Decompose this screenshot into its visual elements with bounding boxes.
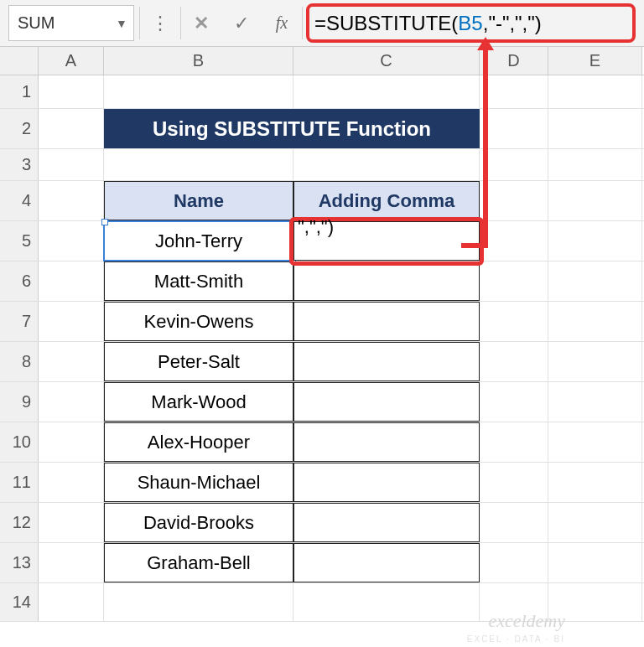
cell[interactable] bbox=[548, 422, 642, 462]
cell[interactable] bbox=[39, 75, 104, 108]
cell-c6[interactable] bbox=[293, 261, 480, 301]
cell[interactable] bbox=[39, 221, 104, 261]
cell[interactable] bbox=[548, 109, 642, 148]
cell-b12[interactable]: David-Brooks bbox=[104, 503, 293, 542]
cell-b13[interactable]: Graham-Bell bbox=[104, 543, 293, 582]
cell[interactable] bbox=[39, 503, 104, 542]
cell[interactable] bbox=[480, 149, 548, 180]
row-header[interactable]: 5 bbox=[0, 221, 39, 261]
name-box[interactable]: SUM ▼ bbox=[8, 5, 134, 41]
row-header[interactable]: 1 bbox=[0, 75, 39, 108]
cell-b8[interactable]: Peter-Salt bbox=[104, 342, 293, 381]
cell[interactable] bbox=[39, 149, 104, 180]
cell-c8[interactable] bbox=[293, 342, 480, 381]
cell[interactable] bbox=[293, 75, 480, 108]
grid-row: 3 bbox=[0, 149, 644, 181]
cell[interactable] bbox=[39, 543, 104, 582]
cell[interactable] bbox=[548, 221, 642, 261]
cell[interactable] bbox=[39, 261, 104, 301]
select-all-corner[interactable] bbox=[0, 47, 39, 75]
cell-b5[interactable]: John-Terry bbox=[104, 221, 293, 261]
cell[interactable] bbox=[39, 302, 104, 341]
cell-b7[interactable]: Kevin-Owens bbox=[104, 302, 293, 341]
cell[interactable] bbox=[104, 75, 293, 108]
cell-c12[interactable] bbox=[293, 503, 480, 542]
row-header[interactable]: 10 bbox=[0, 422, 39, 462]
row-header[interactable]: 14 bbox=[0, 583, 39, 621]
cell[interactable] bbox=[480, 422, 548, 462]
spreadsheet-grid[interactable]: A B C D E 1 2 Using SUBSTITUTE Function … bbox=[0, 47, 644, 622]
cell[interactable] bbox=[548, 543, 642, 582]
cell[interactable] bbox=[39, 181, 104, 220]
row-header[interactable]: 2 bbox=[0, 109, 39, 148]
cell[interactable] bbox=[480, 109, 548, 148]
cell[interactable] bbox=[480, 463, 548, 502]
cell-b10[interactable]: Alex-Hooper bbox=[104, 422, 293, 462]
enter-icon[interactable]: ✓ bbox=[221, 0, 262, 46]
row-header[interactable]: 12 bbox=[0, 503, 39, 542]
col-header-a[interactable]: A bbox=[39, 47, 104, 75]
row-header[interactable]: 13 bbox=[0, 543, 39, 582]
row-header[interactable]: 11 bbox=[0, 463, 39, 502]
cell[interactable] bbox=[293, 583, 480, 621]
grid-row: 10 Alex-Hooper bbox=[0, 422, 644, 463]
cell-c7[interactable] bbox=[293, 302, 480, 341]
col-header-e[interactable]: E bbox=[548, 47, 642, 75]
row-header[interactable]: 4 bbox=[0, 181, 39, 220]
cell[interactable] bbox=[104, 149, 293, 180]
cell[interactable] bbox=[480, 503, 548, 542]
cell[interactable] bbox=[548, 463, 642, 502]
cell-c9[interactable] bbox=[293, 382, 480, 422]
col-header-c[interactable]: C bbox=[293, 47, 480, 75]
options-icon: ⋮ bbox=[140, 0, 180, 46]
cell[interactable] bbox=[548, 382, 642, 422]
cell[interactable] bbox=[104, 583, 293, 621]
cancel-icon[interactable]: ✕ bbox=[181, 0, 221, 46]
cell-b11[interactable]: Shaun-Michael bbox=[104, 463, 293, 502]
cell[interactable] bbox=[293, 149, 480, 180]
cell[interactable] bbox=[39, 382, 104, 422]
cell[interactable] bbox=[548, 149, 642, 180]
title-cell[interactable]: Using SUBSTITUTE Function bbox=[104, 109, 480, 148]
chevron-down-icon[interactable]: ▼ bbox=[110, 17, 133, 30]
header-adding[interactable]: Adding Comma bbox=[293, 181, 480, 220]
col-header-d[interactable]: D bbox=[480, 47, 548, 75]
row-header[interactable]: 7 bbox=[0, 302, 39, 341]
grid-row: 4 Name Adding Comma bbox=[0, 181, 644, 221]
cell[interactable] bbox=[39, 422, 104, 462]
cell[interactable] bbox=[39, 463, 104, 502]
cell-c11[interactable] bbox=[293, 463, 480, 502]
cell-b9[interactable]: Mark-Wood bbox=[104, 382, 293, 422]
row-header[interactable]: 6 bbox=[0, 261, 39, 301]
cell-c13[interactable] bbox=[293, 543, 480, 582]
cell[interactable] bbox=[480, 181, 548, 220]
row-header[interactable]: 8 bbox=[0, 342, 39, 381]
cell[interactable] bbox=[480, 342, 548, 381]
formula-input[interactable]: =SUBSTITUTE(B5,"-",",") bbox=[303, 0, 644, 46]
col-header-b[interactable]: B bbox=[104, 47, 293, 75]
cell-c10[interactable] bbox=[293, 422, 480, 462]
cell[interactable] bbox=[548, 302, 642, 341]
cell[interactable] bbox=[480, 221, 548, 261]
grid-row: 9 Mark-Wood bbox=[0, 382, 644, 422]
header-name[interactable]: Name bbox=[104, 181, 293, 220]
cell[interactable] bbox=[548, 181, 642, 220]
cell[interactable] bbox=[548, 75, 642, 108]
row-header[interactable]: 3 bbox=[0, 149, 39, 180]
cell[interactable] bbox=[480, 261, 548, 301]
fx-icon[interactable]: fx bbox=[262, 0, 302, 46]
cell-b6[interactable]: Matt-Smith bbox=[104, 261, 293, 301]
row-header[interactable]: 9 bbox=[0, 382, 39, 422]
cell[interactable] bbox=[480, 382, 548, 422]
cell[interactable] bbox=[39, 109, 104, 148]
cell[interactable] bbox=[480, 543, 548, 582]
cell[interactable] bbox=[480, 75, 548, 108]
cell[interactable] bbox=[480, 302, 548, 341]
cell-c5[interactable]: ",",") bbox=[293, 221, 480, 261]
cell[interactable] bbox=[548, 261, 642, 301]
grid-row: 13 Graham-Bell bbox=[0, 543, 644, 583]
cell[interactable] bbox=[548, 503, 642, 542]
cell[interactable] bbox=[39, 583, 104, 621]
cell[interactable] bbox=[548, 342, 642, 381]
cell[interactable] bbox=[39, 342, 104, 381]
